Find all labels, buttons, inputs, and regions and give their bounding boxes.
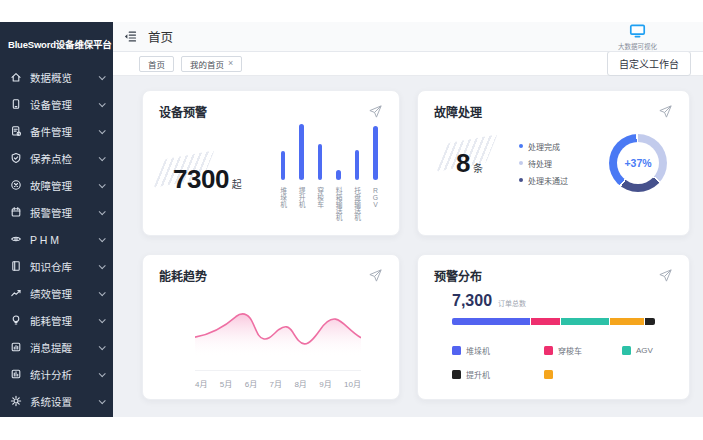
- tag-bar: 首页 我的首页× 自定义工作台: [113, 52, 703, 76]
- top-header: 首页 大数据可视化: [113, 22, 703, 52]
- sidebar-item-spare-parts[interactable]: 备件管理: [0, 118, 113, 145]
- axis-label: 5月: [220, 378, 232, 389]
- big-data-visualization-entry[interactable]: 大数据可视化: [618, 24, 657, 51]
- sidebar-item-label: 数据概览: [30, 70, 72, 85]
- send-icon[interactable]: [368, 104, 383, 119]
- app-window: BlueSword设备维保平台 数据概览 设备管理 备件管理 保养点检 故障管理: [0, 22, 703, 417]
- axis-label: 10月: [344, 378, 361, 389]
- legend-item: 待处理: [519, 158, 568, 169]
- legend-item: 堆垛机: [452, 345, 544, 356]
- count-value: 8: [456, 148, 470, 178]
- legend-swatch: [452, 370, 461, 379]
- fault-circle-x-icon: [10, 177, 22, 195]
- sidebar-item-alarm-management[interactable]: 报警管理: [0, 199, 113, 226]
- legend-label: 处理未通过: [528, 175, 568, 186]
- sidebar-item-energy[interactable]: 能耗管理: [0, 307, 113, 334]
- knowledge-book-icon: [10, 258, 22, 276]
- legend-swatch: [622, 346, 631, 355]
- x-axis-labels: 4月5月6月7月8月9月10月: [195, 378, 361, 389]
- bar: [318, 144, 323, 180]
- fault-legend: 处理完成 待处理 处理未通过: [519, 141, 568, 186]
- chevron-down-icon: [99, 343, 106, 350]
- sidebar-item-statistics[interactable]: 统计分析: [0, 361, 113, 388]
- send-icon[interactable]: [658, 268, 673, 283]
- chevron-down-icon: [99, 262, 106, 269]
- legend-item: 提升机: [452, 369, 544, 380]
- axis-label: 8月: [294, 378, 306, 389]
- count-unit: 条: [473, 163, 483, 174]
- bar-label: 堆垛机: [279, 187, 286, 229]
- legend-item: 处理未通过: [519, 175, 568, 186]
- sidebar-item-settings[interactable]: 系统设置: [0, 388, 113, 415]
- legend-dot: [519, 178, 523, 182]
- statistics-chart-icon: [10, 366, 22, 384]
- sidebar-item-messages[interactable]: 消息提醒: [0, 334, 113, 361]
- legend-item: AGV: [622, 345, 673, 356]
- sidebar-item-phm[interactable]: P H M: [0, 226, 113, 253]
- stack-segment: [531, 318, 561, 325]
- customize-workbench-button[interactable]: 自定义工作台: [607, 51, 691, 76]
- eye-icon: [10, 231, 22, 249]
- device-warning-count: 7300起: [173, 164, 242, 195]
- sidebar-item-knowledge-base[interactable]: 知识仓库: [0, 253, 113, 280]
- count-unit: 起: [232, 179, 242, 190]
- sidebar-item-label: 绩效管理: [30, 286, 72, 301]
- app-title: BlueSword设备维保平台: [0, 22, 113, 64]
- chevron-down-icon: [99, 73, 106, 80]
- sidebar-item-label: 备件管理: [30, 124, 72, 139]
- sidebar-item-label: 消息提醒: [30, 340, 72, 355]
- order-total: 7,300 订单总数: [452, 292, 673, 310]
- chevron-down-icon: [99, 154, 106, 161]
- energy-bulb-icon: [10, 312, 22, 330]
- sidebar-item-label: 设备管理: [30, 97, 72, 112]
- sidebar-item-performance[interactable]: 绩效管理: [0, 280, 113, 307]
- donut-center-label: +37%: [609, 134, 667, 192]
- bar: [336, 170, 341, 180]
- axis-label: 4月: [195, 378, 207, 389]
- bar-column: 料箱输送机: [335, 170, 342, 229]
- sidebar-item-label: 知识仓库: [30, 259, 72, 274]
- legend-label: 处理完成: [528, 141, 560, 152]
- dashboard-content: 设备预警 7300起 堆垛机提升机穿梭车料箱输送机托盘输送机RGV 故障处理: [113, 76, 703, 417]
- spare-parts-icon: [10, 123, 22, 141]
- send-icon[interactable]: [368, 268, 383, 283]
- tab-label: 我的首页: [190, 58, 224, 70]
- sidebar-item-fault-management[interactable]: 故障管理: [0, 172, 113, 199]
- sidebar-item-label: 系统设置: [30, 394, 72, 409]
- bar: [281, 151, 286, 180]
- legend-dot: [519, 144, 523, 148]
- menu-fold-icon[interactable]: [123, 29, 138, 44]
- message-chart-icon: [10, 339, 22, 357]
- bar-column: 穿梭车: [316, 144, 323, 229]
- close-icon[interactable]: ×: [228, 59, 233, 68]
- tab-home[interactable]: 首页: [139, 56, 174, 72]
- tab-my-home[interactable]: 我的首页×: [181, 56, 242, 72]
- device-warning-bar-chart: 堆垛机提升机穿梭车料箱输送机托盘输送机RGV: [279, 124, 379, 229]
- sidebar-item-device-management[interactable]: 设备管理: [0, 91, 113, 118]
- big-data-viz-label: 大数据可视化: [618, 41, 657, 51]
- send-icon[interactable]: [658, 104, 673, 119]
- card-title: 能耗趋势: [159, 267, 207, 284]
- chevron-down-icon: [99, 100, 106, 107]
- area-fill: [195, 314, 361, 357]
- bar: [355, 150, 360, 180]
- sidebar-item-maintenance-check[interactable]: 保养点检: [0, 145, 113, 172]
- sidebar-item-data-overview[interactable]: 数据概览: [0, 64, 113, 91]
- sidebar-item-label: 统计分析: [30, 367, 72, 382]
- x-axis-line: [195, 370, 361, 371]
- axis-label: 7月: [270, 378, 282, 389]
- shield-check-icon: [10, 150, 22, 168]
- bar: [299, 124, 304, 180]
- performance-trend-icon: [10, 285, 22, 303]
- fault-donut-chart: +37%: [609, 134, 667, 192]
- stack-segment: [452, 318, 530, 325]
- bar-label: RGV: [372, 187, 379, 229]
- card-energy-trend: 能耗趋势 4月: [142, 254, 400, 400]
- axis-label: 6月: [245, 378, 257, 389]
- sidebar-item-label: 能耗管理: [30, 313, 72, 328]
- stacked-bar-chart: [452, 318, 655, 325]
- distribution-legend: 堆垛机穿梭车AGV提升机: [452, 345, 673, 380]
- sidebar-item-label: 故障管理: [30, 178, 72, 193]
- stack-segment: [561, 318, 609, 325]
- chevron-down-icon: [99, 397, 106, 404]
